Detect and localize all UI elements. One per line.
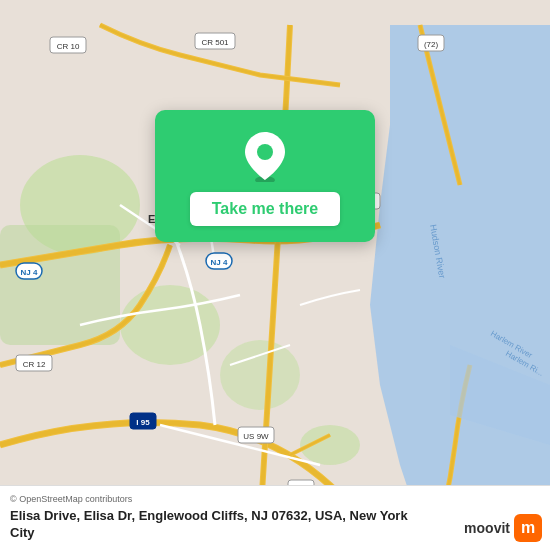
map-container: CR 10 CR 501 (72) NJ 4 NJ 4 CR 12 9W US … (0, 0, 550, 550)
svg-text:I 95: I 95 (136, 418, 150, 427)
bottom-bar: © OpenStreetMap contributors Elisa Drive… (0, 485, 550, 550)
location-pin-icon (243, 130, 287, 182)
svg-text:CR 501: CR 501 (201, 38, 229, 47)
moovit-icon-letter: m (521, 519, 535, 537)
svg-rect-4 (0, 225, 120, 345)
address-text: Elisa Drive, Elisa Dr, Englewood Cliffs,… (10, 507, 410, 542)
action-card: Take me there (155, 110, 375, 242)
moovit-icon: m (514, 514, 542, 542)
svg-text:US 9W: US 9W (243, 432, 269, 441)
osm-credit-text: © OpenStreetMap contributors (10, 494, 132, 504)
map-svg: CR 10 CR 501 (72) NJ 4 NJ 4 CR 12 9W US … (0, 0, 550, 550)
svg-text:NJ 4: NJ 4 (211, 258, 228, 267)
moovit-label: moovit (464, 520, 510, 536)
moovit-logo: moovit m (464, 514, 542, 542)
osm-credit: © OpenStreetMap contributors (10, 494, 540, 504)
app-container: CR 10 CR 501 (72) NJ 4 NJ 4 CR 12 9W US … (0, 0, 550, 550)
svg-text:CR 10: CR 10 (57, 42, 80, 51)
svg-text:(72): (72) (424, 40, 439, 49)
svg-text:NJ 4: NJ 4 (21, 268, 38, 277)
svg-point-3 (220, 340, 300, 410)
svg-marker-6 (370, 25, 550, 525)
take-me-there-button[interactable]: Take me there (190, 192, 340, 226)
svg-point-36 (257, 144, 273, 160)
svg-text:CR 12: CR 12 (23, 360, 46, 369)
